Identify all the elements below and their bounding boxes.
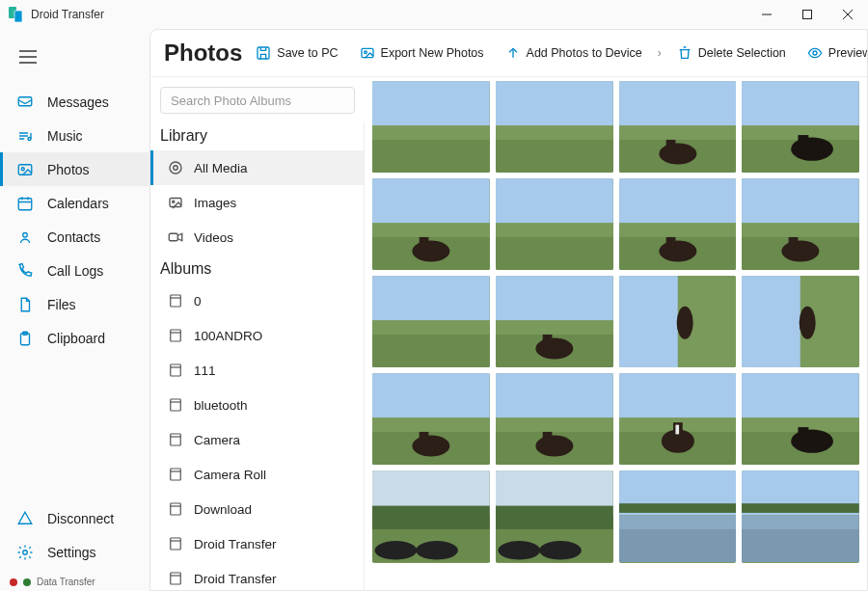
photo-thumbnail[interactable] (619, 81, 737, 173)
library-item-label: Images (194, 196, 236, 210)
svg-rect-119 (619, 529, 737, 562)
close-button[interactable] (827, 0, 868, 29)
maximize-button[interactable] (787, 0, 827, 29)
photo-thumbnail[interactable] (742, 81, 859, 173)
nav-item-files[interactable]: Files (0, 287, 149, 321)
svg-rect-31 (171, 434, 181, 445)
status-bar: Data Transfer (0, 573, 149, 591)
app-icon (8, 6, 25, 23)
minimize-button[interactable] (746, 0, 787, 29)
photo-thumbnail[interactable] (742, 276, 859, 367)
photo-thumbnail[interactable] (496, 373, 613, 465)
photo-thumbnail[interactable] (372, 470, 490, 562)
svg-point-21 (813, 51, 817, 55)
svg-point-14 (23, 232, 28, 237)
status-dot-red (10, 578, 17, 586)
photo-grid-scroll[interactable] (365, 77, 867, 590)
photo-thumbnail[interactable] (619, 373, 737, 465)
album-icon (167, 292, 184, 309)
svg-point-25 (173, 201, 175, 202)
nav-item-calendars[interactable]: Calendars (0, 186, 149, 220)
album-icon (167, 570, 184, 587)
nav-item-call-logs[interactable]: Call Logs (0, 254, 149, 287)
save-to-pc-button[interactable]: Save to PC (248, 41, 345, 65)
photo-thumbnail[interactable] (496, 81, 613, 173)
search-input[interactable] (160, 87, 355, 114)
images-icon (167, 194, 184, 211)
album-item[interactable]: Droid Transfer (150, 526, 364, 561)
album-item[interactable]: Camera (150, 422, 364, 457)
album-item[interactable]: Download (150, 492, 364, 526)
nav-item-music[interactable]: Music (0, 119, 149, 152)
photo-thumbnail[interactable] (742, 178, 859, 270)
svg-rect-114 (496, 506, 613, 529)
svg-rect-104 (799, 427, 809, 440)
svg-point-83 (800, 307, 816, 339)
photo-thumbnail[interactable] (619, 470, 737, 562)
svg-point-50 (791, 138, 833, 161)
photo-thumbnail[interactable] (496, 276, 613, 367)
preview-button[interactable]: Preview (800, 41, 868, 65)
album-item[interactable]: 100ANDRO (150, 318, 364, 353)
svg-rect-29 (171, 364, 181, 376)
nav-label: Music (47, 128, 83, 144)
nav-label: Calendars (47, 196, 109, 211)
add-photos-button[interactable]: Add Photos to Device (498, 41, 650, 65)
album-icon (167, 362, 184, 379)
album-item[interactable]: Droid Transfer (150, 561, 364, 590)
photo-thumbnail[interactable] (619, 276, 737, 367)
photo-thumbnail[interactable] (372, 81, 490, 173)
svg-rect-70 (372, 276, 490, 320)
photo-thumbnail[interactable] (496, 470, 613, 562)
photo-thumbnail[interactable] (742, 470, 859, 562)
svg-point-110 (416, 542, 458, 560)
library-item-all-media[interactable]: All Media (150, 150, 364, 185)
message-icon (16, 94, 34, 111)
svg-rect-56 (420, 237, 429, 249)
delete-selection-button[interactable]: Delete Selection (669, 41, 794, 65)
album-item[interactable]: Camera Roll (150, 457, 364, 492)
nav-label: Clipboard (47, 331, 105, 346)
photo-thumbnail[interactable] (372, 276, 490, 367)
nav-item-photos[interactable]: Photos (0, 152, 149, 186)
nav-bottom-disconnect[interactable]: Disconnect (0, 501, 149, 535)
svg-rect-59 (496, 237, 613, 270)
photo-thumbnail[interactable] (372, 373, 490, 465)
svg-rect-33 (171, 503, 181, 515)
svg-point-87 (412, 436, 449, 457)
svg-point-115 (498, 542, 540, 560)
svg-rect-27 (171, 295, 181, 307)
svg-rect-124 (742, 504, 859, 514)
photo-thumbnail[interactable] (496, 178, 613, 270)
svg-rect-93 (542, 432, 552, 443)
album-label: Droid Transfer (194, 572, 277, 586)
svg-rect-88 (420, 432, 429, 443)
photo-thumbnail[interactable] (619, 178, 737, 270)
svg-rect-32 (171, 469, 181, 480)
nav-item-clipboard[interactable]: Clipboard (0, 321, 149, 355)
nav-bottom-settings[interactable]: Settings (0, 535, 149, 569)
svg-point-63 (659, 241, 696, 262)
album-item[interactable]: 111 (150, 353, 364, 388)
svg-rect-41 (496, 140, 613, 173)
nav-item-contacts[interactable]: Contacts (0, 220, 149, 254)
toolbar: Photos Save to PC Export New Photos Add … (150, 30, 867, 77)
svg-rect-35 (171, 573, 181, 584)
library-item-images[interactable]: Images (150, 185, 364, 220)
svg-rect-123 (742, 529, 859, 562)
album-icon (167, 327, 184, 344)
album-label: Camera (194, 433, 240, 447)
nav-item-messages[interactable]: Messages (0, 85, 149, 119)
album-label: 100ANDRO (194, 329, 262, 343)
library-item-videos[interactable]: Videos (150, 220, 364, 255)
phone-icon (16, 262, 34, 280)
library-header: Library (150, 121, 364, 150)
export-new-photos-button[interactable]: Export New Photos (352, 41, 492, 65)
album-item[interactable]: 0 (150, 283, 364, 318)
svg-rect-38 (372, 140, 490, 173)
album-item[interactable]: bluetooth (150, 388, 364, 422)
photo-thumbnail[interactable] (742, 373, 859, 465)
hamburger-button[interactable] (0, 50, 149, 85)
photo-thumbnail[interactable] (372, 178, 490, 270)
album-icon (167, 431, 184, 448)
